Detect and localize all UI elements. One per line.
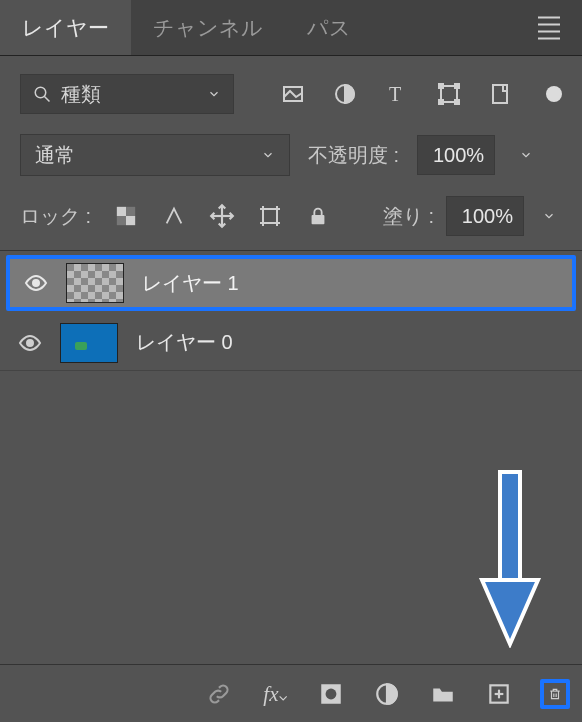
layer-thumbnail[interactable] — [60, 323, 118, 363]
blend-mode-select[interactable]: 通常 — [20, 134, 290, 176]
lock-position-icon[interactable] — [209, 203, 235, 229]
svg-rect-7 — [455, 84, 459, 88]
svg-rect-17 — [263, 209, 277, 223]
lock-label: ロック : — [20, 203, 91, 230]
lock-all-icon[interactable] — [305, 203, 331, 229]
opacity-value: 100% — [433, 144, 484, 167]
svg-marker-26 — [482, 580, 538, 644]
layers-list: レイヤー 1 レイヤー 0 — [0, 255, 582, 371]
search-icon — [33, 85, 51, 103]
filter-kind-label: 種類 — [61, 81, 101, 108]
svg-rect-25 — [500, 472, 520, 582]
new-group-icon[interactable] — [428, 679, 458, 709]
layer-thumbnail[interactable] — [66, 263, 124, 303]
annotation-arrow-icon — [478, 468, 542, 648]
layer-style-icon[interactable]: fx — [260, 679, 290, 709]
adjustment-layer-icon[interactable] — [372, 679, 402, 709]
filter-kind-select[interactable]: 種類 — [20, 74, 234, 114]
delete-layer-icon[interactable] — [540, 679, 570, 709]
svg-rect-14 — [117, 216, 126, 225]
fill-label: 塗り : — [383, 203, 434, 230]
svg-rect-13 — [126, 207, 135, 216]
panel-tabs: レイヤー チャンネル パス — [0, 0, 582, 56]
filter-shape-icon[interactable] — [436, 81, 462, 107]
visibility-eye-icon[interactable] — [18, 331, 42, 355]
opacity-dropdown[interactable] — [513, 135, 539, 175]
svg-rect-9 — [455, 100, 459, 104]
svg-line-1 — [44, 96, 49, 101]
lock-image-icon[interactable] — [161, 203, 187, 229]
layer-row[interactable]: レイヤー 0 — [0, 315, 582, 371]
svg-rect-6 — [439, 84, 443, 88]
layer-mask-icon[interactable] — [316, 679, 346, 709]
lock-row: ロック : 塗り : 100% — [0, 186, 582, 251]
svg-text:T: T — [389, 83, 401, 105]
svg-point-24 — [27, 340, 33, 346]
layer-row[interactable]: レイヤー 1 — [6, 255, 576, 311]
chevron-down-icon — [261, 148, 275, 162]
opacity-label: 不透明度 : — [308, 142, 399, 169]
svg-point-29 — [326, 688, 337, 699]
blend-row: 通常 不透明度 : 100% — [0, 124, 582, 186]
svg-rect-8 — [439, 100, 443, 104]
blend-mode-label: 通常 — [35, 142, 75, 169]
tab-paths[interactable]: パス — [285, 0, 373, 55]
link-layers-icon[interactable] — [204, 679, 234, 709]
layer-name: レイヤー 1 — [142, 270, 239, 297]
filter-adjustment-icon[interactable] — [332, 81, 358, 107]
svg-point-23 — [33, 280, 39, 286]
fill-field[interactable]: 100% — [446, 196, 524, 236]
visibility-eye-icon[interactable] — [24, 271, 48, 295]
svg-rect-10 — [493, 85, 507, 103]
filter-toggle-icon[interactable] — [546, 86, 562, 102]
filter-type-icons: T — [280, 81, 562, 107]
lock-artboard-icon[interactable] — [257, 203, 283, 229]
filter-row: 種類 T — [0, 56, 582, 124]
new-layer-icon[interactable] — [484, 679, 514, 709]
svg-rect-11 — [117, 207, 126, 216]
panel-footer: fx — [0, 664, 582, 722]
opacity-field[interactable]: 100% — [417, 135, 495, 175]
lock-icons — [113, 203, 331, 229]
filter-pixel-icon[interactable] — [280, 81, 306, 107]
tab-layers[interactable]: レイヤー — [0, 0, 131, 55]
fill-value: 100% — [462, 205, 513, 228]
chevron-down-icon — [207, 87, 221, 101]
filter-type-icon[interactable]: T — [384, 81, 410, 107]
svg-rect-22 — [312, 215, 325, 224]
svg-rect-12 — [126, 216, 135, 225]
tab-channels[interactable]: チャンネル — [131, 0, 285, 55]
fill-dropdown[interactable] — [536, 196, 562, 236]
filter-smartobject-icon[interactable] — [488, 81, 514, 107]
svg-text:fx: fx — [263, 682, 279, 706]
svg-point-0 — [35, 87, 46, 98]
layer-name: レイヤー 0 — [136, 329, 233, 356]
lock-transparent-icon[interactable] — [113, 203, 139, 229]
panel-menu-icon[interactable] — [532, 10, 566, 45]
